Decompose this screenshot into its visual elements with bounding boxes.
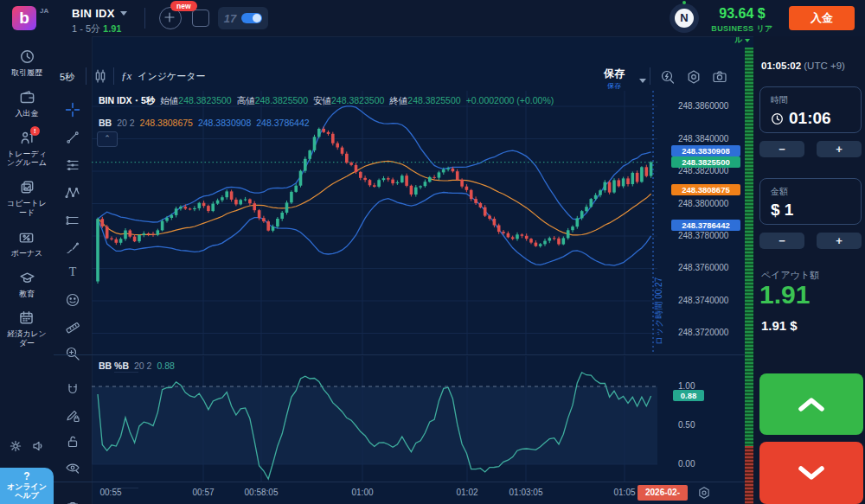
asset-name: BIN IDX xyxy=(72,7,115,20)
tradingview-icon: 17 xyxy=(224,12,236,25)
chevron-up-icon xyxy=(796,395,827,414)
online-help-button[interactable]: ? オンライン ヘルプ xyxy=(0,468,54,504)
tradingview-toggle[interactable]: 17 xyxy=(218,7,268,29)
amount-input-card[interactable]: 金額 $ 1 xyxy=(759,178,862,225)
sentiment-up-section xyxy=(745,48,753,446)
indicators-label: インジケーター xyxy=(138,70,205,83)
long-position-tool-icon[interactable] xyxy=(65,213,80,228)
sidebar-item-label: ボーナス xyxy=(11,249,43,258)
amount-increase-button[interactable]: + xyxy=(817,233,862,249)
sidebar-item-bonus[interactable]: ボーナス xyxy=(11,229,43,258)
chart-settings-icon[interactable] xyxy=(686,69,702,85)
layout-button[interactable] xyxy=(192,10,209,27)
quick-search-icon[interactable] xyxy=(660,69,676,85)
brush-tool-icon[interactable] xyxy=(65,240,80,256)
time-axis[interactable]: 00:5500:5700:58:0501:0001:0201:03:0501:0… xyxy=(54,482,745,504)
price-badge: 248.3830908 xyxy=(671,145,740,156)
open-label: 始値 xyxy=(160,95,178,105)
time-tick-label: 00:55 xyxy=(99,488,121,497)
amount-card-label: 金額 xyxy=(771,186,850,198)
screenshot-camera-icon[interactable] xyxy=(712,69,727,85)
sidebar-item-economic-calendar[interactable]: 経済カレン ダー xyxy=(7,309,47,348)
time-tick-label: 00:57 xyxy=(192,488,214,497)
alert-badge: ! xyxy=(30,126,40,136)
indicators-button[interactable]: ƒx インジケーター xyxy=(121,69,206,83)
payout-multiplier: 1.91 xyxy=(759,280,810,309)
chevron-down-icon xyxy=(745,39,750,42)
timeframe-button[interactable]: 5秒 xyxy=(60,71,74,84)
divider xyxy=(113,67,114,85)
sidebar-item-trading-room[interactable]: ! トレーディ ングルーム xyxy=(7,130,47,169)
text-tool-icon[interactable]: T xyxy=(65,265,80,281)
chart-legend-percent-b: BB %B 20 2 0.88 xyxy=(99,360,175,371)
price-axis[interactable]: 248.3860000248.3840000248.3820000248.380… xyxy=(657,91,744,354)
deposit-button[interactable]: 入金 xyxy=(789,6,855,30)
low-label: 安値 xyxy=(313,95,331,105)
time-increase-button[interactable]: + xyxy=(817,141,862,157)
sidebar-item-trade-history[interactable]: 取引履歴 xyxy=(11,48,42,78)
price-badge: 248.3808675 xyxy=(671,184,740,195)
avatar-letter: N xyxy=(675,9,694,28)
time-tick-label: 00:58:05 xyxy=(245,488,279,497)
payout-amount: 1.91 $ xyxy=(761,318,798,333)
time-decrease-button[interactable]: − xyxy=(759,141,804,157)
save-label: 保存 xyxy=(604,67,625,81)
emoji-tool-icon[interactable] xyxy=(65,292,80,308)
pctb-params: 20 2 xyxy=(134,360,151,371)
unlock-tool-icon[interactable] xyxy=(65,434,80,450)
help-label: オンライン ヘルプ xyxy=(0,482,54,501)
hide-drawings-eye-icon[interactable] xyxy=(65,460,80,475)
sidebar-item-label: トレーディ ングルーム xyxy=(7,150,47,169)
save-layout-button[interactable]: 保存 保存 xyxy=(604,67,625,91)
trading-app: b JA BIN IDX 1 - 5分 1.91 new 17 N 93.64 … xyxy=(0,0,865,504)
sidebar-item-education[interactable]: 教育 xyxy=(19,270,35,299)
brand-logo[interactable]: b xyxy=(12,6,36,30)
magnet-tool-icon[interactable] xyxy=(65,382,80,398)
close-value: 248.3825500 xyxy=(407,95,460,105)
settings-gear-icon[interactable] xyxy=(9,439,22,453)
main-chart-svg[interactable] xyxy=(92,91,657,354)
time-card-label: 時間 xyxy=(771,94,850,106)
save-menu-chevron[interactable] xyxy=(634,73,646,88)
sidebar-item-deposits-withdrawals[interactable]: 入出金 xyxy=(16,89,39,118)
balance-amount: 93.64 $ xyxy=(709,6,775,22)
utc-offset: (UTC +9) xyxy=(804,61,845,71)
trend-line-tool-icon[interactable] xyxy=(65,130,80,145)
wallet-icon xyxy=(19,89,35,105)
time-tick-label: 01:03:05 xyxy=(509,488,543,497)
measure-ruler-tool-icon[interactable] xyxy=(65,320,80,335)
collapse-legend-button[interactable]: ⌃ xyxy=(97,131,118,147)
bb-lower-value: 248.3786442 xyxy=(256,118,309,128)
asset-selector[interactable]: BIN IDX 1 - 5分 1.91 xyxy=(72,5,127,35)
low-value: 248.3823500 xyxy=(331,95,384,105)
sound-speaker-icon[interactable] xyxy=(31,439,45,453)
chevron-down-icon xyxy=(120,11,127,16)
drawing-toolbar: T xyxy=(54,36,93,504)
price-tick-label: 248.3780000 xyxy=(678,231,728,240)
bb-params: 20 2 xyxy=(117,118,134,128)
crosshair-tool-icon[interactable] xyxy=(65,102,80,118)
sidebar-item-copy-trade[interactable]: コピートレ ード xyxy=(7,179,47,218)
pane-divider[interactable] xyxy=(54,354,745,355)
amount-decrease-button[interactable]: − xyxy=(759,233,804,249)
high-label: 高値 xyxy=(237,95,255,105)
date-badge: 2026-02- xyxy=(638,485,688,501)
drawing-lock-tool-icon[interactable] xyxy=(65,408,80,424)
horizontal-lines-tool-icon[interactable] xyxy=(65,157,80,173)
chart-style-candles-icon[interactable] xyxy=(93,68,108,84)
sidebar-bottom xyxy=(0,439,54,453)
trade-up-button[interactable] xyxy=(759,373,863,435)
trade-down-button[interactable] xyxy=(759,442,863,504)
percent-b-pane-svg[interactable] xyxy=(92,356,657,482)
pctb-name: BB %B xyxy=(99,360,129,371)
xabcd-pattern-tool-icon[interactable] xyxy=(65,185,80,201)
zoom-in-tool-icon[interactable] xyxy=(65,346,80,361)
account-avatar[interactable]: N xyxy=(670,3,699,33)
price-tick-label: 248.3860000 xyxy=(678,101,728,111)
symbol-label: BIN IDX・5秒 xyxy=(99,95,155,107)
axis-settings-icon[interactable] xyxy=(697,486,711,500)
asset-payout: 1.91 xyxy=(103,23,121,34)
percent-b-axis[interactable]: 1.000.500.000.88 xyxy=(657,356,744,482)
price-tick-label: 248.3840000 xyxy=(678,134,728,144)
time-input-card[interactable]: 時間 01:06 xyxy=(759,86,862,133)
